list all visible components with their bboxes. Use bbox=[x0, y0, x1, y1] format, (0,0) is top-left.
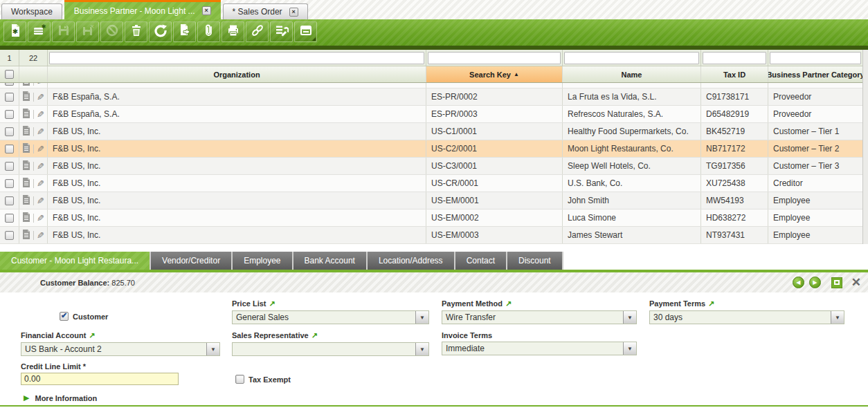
view-record-icon[interactable] bbox=[22, 109, 30, 120]
row-checkbox[interactable] bbox=[5, 93, 14, 102]
dropdown-arrow-icon[interactable]: ▼ bbox=[623, 342, 636, 355]
edit-record-icon[interactable]: ✎ bbox=[37, 231, 44, 240]
column-header-organization[interactable]: Organization bbox=[48, 66, 426, 82]
row-checkbox[interactable] bbox=[5, 162, 14, 171]
row-checkbox[interactable] bbox=[5, 145, 14, 153]
table-row[interactable]: ✎ F&B US, Inc. US-CR/0001 U.S. Bank, Co.… bbox=[0, 175, 862, 192]
edit-record-icon[interactable]: ✎ bbox=[37, 214, 44, 223]
table-row[interactable]: ✎ F&B US, Inc. US-EM/0001 John Smith MW5… bbox=[0, 192, 862, 209]
tab-workspace[interactable]: Workspace bbox=[1, 3, 62, 19]
edit-record-icon[interactable]: ✎ bbox=[37, 110, 44, 119]
tab-location-address[interactable]: Location/Address bbox=[368, 252, 455, 270]
view-record-icon[interactable] bbox=[22, 178, 30, 189]
table-row[interactable]: ✎ F&B España, S.A. ES-PR/0003 Refrescos … bbox=[0, 106, 862, 123]
credit-line-limit-input[interactable]: 0.00 bbox=[21, 373, 179, 385]
table-row[interactable]: ✎ F&B US, Inc. US-EM/0002 Luca Simone HD… bbox=[0, 209, 862, 227]
processes-button[interactable] bbox=[270, 21, 293, 42]
refresh-button[interactable] bbox=[149, 21, 172, 42]
toggle-view-button[interactable] bbox=[294, 21, 317, 42]
edit-record-icon[interactable]: ✎ bbox=[37, 145, 44, 153]
dropdown-arrow-icon[interactable]: ▼ bbox=[415, 311, 428, 324]
row-checkbox[interactable] bbox=[5, 110, 14, 119]
edit-record-icon[interactable]: ✎ bbox=[37, 179, 44, 188]
price-list-select[interactable]: General Sales ▼ bbox=[232, 310, 429, 324]
table-row[interactable]: ✎ F&B US, Inc. US-C1/0001 Healthy Food S… bbox=[0, 123, 862, 140]
view-record-icon[interactable] bbox=[22, 160, 30, 172]
previous-record-button[interactable]: ◀ bbox=[793, 277, 804, 288]
tab-contact[interactable]: Contact bbox=[455, 252, 507, 270]
undo-button[interactable] bbox=[100, 21, 123, 42]
edit-record-icon[interactable]: ✎ bbox=[37, 162, 44, 171]
payment-method-select[interactable]: Wire Transfer ▼ bbox=[442, 310, 637, 324]
column-header-tax-id[interactable]: Tax ID bbox=[701, 66, 768, 82]
row-checkbox[interactable] bbox=[5, 196, 14, 205]
view-record-icon[interactable] bbox=[22, 230, 30, 241]
tab-employee[interactable]: Employee bbox=[233, 252, 293, 270]
attachments-button[interactable] bbox=[197, 21, 220, 42]
link-button[interactable] bbox=[246, 21, 269, 42]
dropdown-arrow-icon[interactable]: ▼ bbox=[623, 311, 636, 324]
save-and-close-button[interactable]: ✕ bbox=[76, 21, 99, 42]
select-all-checkbox[interactable]: ✔ bbox=[5, 70, 14, 79]
new-record-button[interactable]: ✱ bbox=[3, 21, 26, 42]
export-button[interactable] bbox=[173, 21, 196, 42]
row-checkbox[interactable] bbox=[5, 231, 14, 240]
close-icon[interactable]: × bbox=[289, 8, 298, 17]
print-button[interactable] bbox=[221, 21, 244, 42]
tab-vendor-creditor[interactable]: Vendor/Creditor bbox=[151, 252, 233, 270]
view-record-icon[interactable] bbox=[22, 126, 30, 138]
save-button[interactable] bbox=[52, 21, 75, 42]
next-record-button[interactable]: ▶ bbox=[809, 277, 821, 288]
grid-scrollbar[interactable] bbox=[862, 50, 868, 244]
filter-input-organization[interactable] bbox=[49, 52, 424, 64]
grid-filter-row: 1 22 bbox=[0, 50, 862, 66]
tab-sales-order[interactable]: * Sales Order × bbox=[223, 3, 308, 19]
row-checkbox[interactable] bbox=[5, 214, 14, 223]
sales-representative-select[interactable]: ▼ bbox=[232, 342, 429, 356]
edit-record-icon[interactable]: ✎ bbox=[37, 93, 44, 102]
new-row-button[interactable]: ✱ bbox=[28, 21, 51, 42]
close-form-button[interactable]: ✕ bbox=[851, 277, 861, 288]
tab-customer[interactable]: Customer - Moon Light Restaura... bbox=[0, 252, 151, 270]
dropdown-arrow-icon[interactable]: ▼ bbox=[831, 311, 844, 324]
tab-business-partner[interactable]: Business Partner - Moon Light ... × bbox=[64, 0, 221, 19]
table-row[interactable]: ✎ F&B España, S.A. ES-PR/0002 La Fruta e… bbox=[0, 88, 862, 106]
customer-checkbox[interactable]: ✔ bbox=[60, 312, 69, 321]
row-checkbox[interactable] bbox=[5, 179, 14, 188]
dropdown-arrow-icon[interactable]: ▼ bbox=[415, 343, 428, 355]
maximize-button[interactable] bbox=[831, 277, 842, 288]
table-row-partial[interactable]: ✎ bbox=[0, 83, 862, 88]
column-header-category[interactable]: Business Partner Category bbox=[768, 66, 862, 82]
tab-discount[interactable]: Discount bbox=[507, 252, 563, 270]
financial-account-select[interactable]: US Bank - Account 2 ▼ bbox=[21, 342, 220, 356]
link-arrow-icon[interactable]: ↗ bbox=[269, 299, 275, 308]
invoice-terms-select[interactable]: Immediate ▼ bbox=[442, 342, 637, 355]
tax-exempt-checkbox[interactable]: ✔ bbox=[235, 375, 244, 384]
link-arrow-icon[interactable]: ↗ bbox=[708, 299, 714, 308]
filter-input-name[interactable] bbox=[564, 52, 699, 64]
delete-button[interactable] bbox=[125, 21, 147, 42]
column-header-name[interactable]: Name bbox=[563, 66, 701, 82]
table-row[interactable]: ✎ F&B US, Inc. US-C3/0001 Sleep Well Hot… bbox=[0, 158, 862, 175]
view-record-icon[interactable] bbox=[22, 91, 30, 103]
filter-input-search-key[interactable] bbox=[428, 52, 561, 64]
close-icon[interactable]: × bbox=[202, 6, 211, 15]
edit-record-icon[interactable]: ✎ bbox=[37, 127, 44, 136]
payment-terms-select[interactable]: 30 days ▼ bbox=[649, 310, 844, 324]
filter-input-category[interactable] bbox=[770, 52, 861, 64]
view-record-icon[interactable] bbox=[22, 212, 30, 224]
more-information-expander[interactable]: ▶ More Information bbox=[24, 393, 97, 402]
table-row[interactable]: ✎ F&B US, Inc. US-C2/0001 Moon Light Res… bbox=[0, 140, 862, 158]
view-record-icon[interactable] bbox=[22, 195, 30, 207]
table-row[interactable]: ✎ F&B US, Inc. US-EM/0003 James Stewart … bbox=[0, 227, 862, 244]
link-arrow-icon[interactable]: ↗ bbox=[505, 299, 512, 308]
link-arrow-icon[interactable]: ↗ bbox=[89, 331, 95, 339]
dropdown-arrow-icon[interactable]: ▼ bbox=[206, 343, 219, 355]
tab-bank-account[interactable]: Bank Account bbox=[293, 252, 368, 270]
filter-input-tax-id[interactable] bbox=[703, 52, 766, 64]
column-header-search-key[interactable]: Search Key▲ bbox=[426, 66, 563, 82]
edit-record-icon[interactable]: ✎ bbox=[37, 196, 44, 205]
row-checkbox[interactable] bbox=[5, 127, 14, 136]
link-arrow-icon[interactable]: ↗ bbox=[311, 331, 318, 339]
view-record-icon[interactable] bbox=[22, 143, 30, 155]
